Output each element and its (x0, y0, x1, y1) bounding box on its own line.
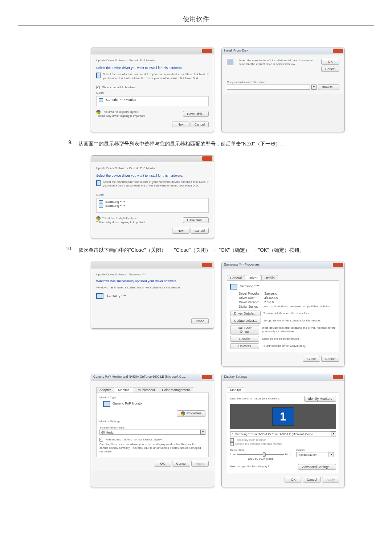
colors-select[interactable]: Highest (32 bit) (296, 452, 329, 457)
resolution-value: 1280 by 1024 pixels (230, 457, 291, 461)
shield-icon (96, 110, 101, 114)
device-name: Samsung **** (107, 294, 127, 298)
close-icon[interactable] (202, 375, 212, 379)
chevron-down-icon[interactable]: ▾ (329, 452, 334, 457)
window-title: Generic PnP Monitor and NVIDIA GeForce 6… (93, 375, 186, 378)
tab-adapter[interactable]: Adapter (96, 387, 114, 393)
hide-modes-checkbox[interactable] (99, 438, 103, 442)
tab-color-management[interactable]: Color Management (159, 387, 193, 393)
tab-troubleshoot[interactable]: Troubleshoot (133, 387, 158, 393)
cancel-button[interactable]: Cancel (191, 122, 209, 127)
close-icon[interactable] (202, 156, 212, 161)
resolution-slider[interactable] (237, 454, 284, 455)
tab-monitor[interactable]: Monitor (115, 387, 132, 393)
heading: Select the device driver you want to ins… (96, 174, 209, 177)
breadcrumb: Update Driver Software - Generic PnP Mon… (96, 167, 209, 170)
window-monitor-advanced: Generic PnP Monitor and NVIDIA GeForce 6… (91, 374, 214, 487)
ok-button[interactable]: OK (285, 477, 302, 483)
tab-driver[interactable]: Driver (246, 275, 261, 280)
model-listbox[interactable]: Generic PnP Monitor (96, 96, 209, 106)
properties-button[interactable]: Properties (177, 410, 205, 417)
window-display-settings: Display Settings Monitor Drag the icons … (221, 374, 345, 487)
show-compat-label: Show compatible hardware (102, 86, 138, 89)
advanced-settings-button[interactable]: Advanced Settings... (298, 464, 336, 470)
extend-checkbox[interactable] (230, 442, 234, 446)
identify-button[interactable]: Identify Monitors (304, 396, 336, 402)
divider-top (18, 25, 374, 26)
cancel-button[interactable]: Cancel (191, 228, 209, 234)
monitor-icon (96, 293, 103, 299)
chevron-down-icon[interactable]: ▾ (331, 431, 336, 436)
model-label: Model (96, 193, 209, 197)
instruction-text: Select the manufacturer and model of you… (103, 73, 209, 80)
heading: Windows has successfully updated your dr… (96, 279, 209, 283)
close-icon[interactable] (333, 263, 343, 267)
step-number: 9. (62, 139, 73, 148)
show-compat-checkbox[interactable] (96, 86, 100, 89)
chevron-down-icon[interactable]: ▾ (200, 430, 205, 435)
breadcrumb: Update Driver Software - Generic PnP Mon… (96, 59, 209, 62)
next-button[interactable]: Next (172, 228, 189, 234)
rollback-button[interactable]: Roll Back Driver (230, 325, 259, 335)
close-icon[interactable] (333, 375, 343, 379)
divider-bottom (18, 502, 374, 502)
close-button[interactable]: Close (303, 356, 320, 362)
instruction-text: Select the manufacturer and model of you… (103, 180, 209, 188)
monitor-select[interactable]: 1. Samsung **** on NVIDIA GeForce 6600 L… (230, 431, 331, 436)
tab-monitor[interactable]: Monitor (227, 387, 244, 393)
heading: Select the device driver you want to ins… (96, 66, 209, 70)
tab-general[interactable]: General (227, 275, 245, 280)
resolution-label: Resolution: (230, 448, 291, 452)
refresh-rate-select[interactable]: 60 Hertz (99, 430, 200, 435)
monitor-type-label: Monitor Type (99, 396, 205, 399)
close-icon[interactable] (333, 49, 343, 53)
apply-button[interactable]: Apply (191, 461, 209, 467)
have-disk-button[interactable]: Have Disk... (183, 111, 209, 117)
have-disk-button[interactable]: Have Disk... (183, 217, 209, 223)
uninstall-button[interactable]: Uninstall (230, 343, 259, 349)
colors-label: Colors: (296, 448, 336, 452)
breadcrumb: Update Driver Software - Samsung **** (96, 273, 209, 276)
disable-button[interactable]: Disable (230, 336, 259, 342)
best-display-link[interactable]: How do I get the best display? (230, 465, 269, 468)
apply-button[interactable]: Apply (322, 477, 339, 483)
driver-details-button[interactable]: Driver Details... (230, 311, 261, 316)
close-icon[interactable] (202, 49, 212, 53)
tab-details[interactable]: Details (261, 275, 278, 280)
hide-modes-label: Hide modes that this monitor cannot disp… (106, 438, 162, 441)
sub-text: Windows has finished installing the driv… (96, 286, 209, 290)
chevron-down-icon[interactable]: ▾ (311, 85, 317, 90)
window-update-driver-1: Update Driver Software - Generic PnP Mon… (91, 48, 214, 132)
close-button[interactable]: Close (191, 318, 209, 324)
monitor-preview-1[interactable]: 1 (272, 407, 294, 426)
close-icon[interactable] (202, 263, 212, 267)
cancel-button[interactable]: Cancel (321, 356, 339, 362)
refresh-rate-label: Screen refresh rate: (99, 426, 205, 430)
monitor-icon (96, 73, 101, 78)
hide-modes-desc: Clearing this check box allows you to se… (99, 443, 205, 454)
step-number: 10. (62, 246, 73, 255)
window-title: Install From Disk (224, 49, 248, 52)
window-update-success: Update Driver Software - Samsung **** Wi… (91, 262, 214, 329)
monitor-settings-label: Monitor Settings (99, 420, 205, 423)
update-driver-button[interactable]: Update Driver... (230, 318, 261, 324)
shield-icon (96, 216, 101, 221)
cancel-button[interactable]: Cancel (303, 477, 321, 483)
monitor-icon (230, 284, 237, 290)
cancel-button[interactable]: Cancel (172, 461, 190, 467)
signing-link[interactable]: Tell me why driver signing is important (96, 114, 145, 118)
path-input[interactable] (227, 85, 310, 90)
window-update-driver-2: Update Driver Software - Generic PnP Mon… (91, 155, 214, 239)
ok-button[interactable]: OK (154, 461, 171, 467)
next-button[interactable]: Next (172, 122, 189, 127)
signing-link[interactable]: Tell me why driver signing is important (96, 221, 145, 224)
step-text: 从画面中的显示器型号列表中选择与您的显示器相匹配的型号，然后单击"Next"（下… (78, 139, 330, 148)
cancel-button[interactable]: Cancel (321, 66, 339, 72)
instruction-text: Insert the manufacturer's installation d… (239, 59, 318, 66)
ok-button[interactable]: OK (321, 59, 339, 65)
window-title: Display Settings (224, 375, 248, 378)
model-label: Model (96, 91, 209, 95)
browse-button[interactable]: Browse... (318, 84, 339, 90)
page-heading: 使用软件 (18, 15, 374, 23)
model-listbox[interactable]: Samsung **** Samsung **** (96, 198, 209, 213)
